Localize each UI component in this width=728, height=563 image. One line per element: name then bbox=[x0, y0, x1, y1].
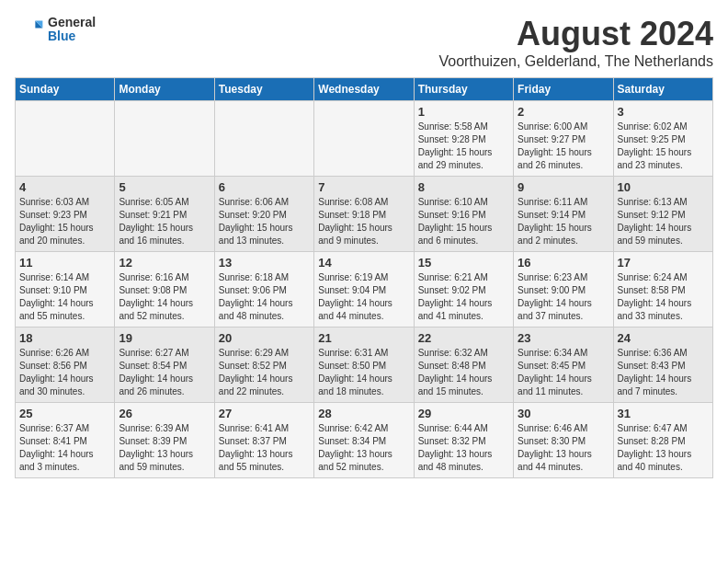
calendar-cell: 30Sunrise: 6:46 AMSunset: 8:30 PMDayligh… bbox=[514, 403, 613, 478]
day-number: 7 bbox=[318, 180, 409, 194]
day-info: Sunrise: 6:18 AMSunset: 9:06 PMDaylight:… bbox=[219, 271, 310, 323]
day-info: Sunrise: 6:03 AMSunset: 9:23 PMDaylight:… bbox=[19, 196, 110, 247]
day-number: 6 bbox=[219, 180, 310, 194]
calendar-cell: 29Sunrise: 6:44 AMSunset: 8:32 PMDayligh… bbox=[414, 403, 513, 478]
calendar-cell: 16Sunrise: 6:23 AMSunset: 9:00 PMDayligh… bbox=[514, 252, 613, 327]
day-info: Sunrise: 6:24 AMSunset: 8:58 PMDaylight:… bbox=[618, 271, 709, 323]
calendar-cell: 19Sunrise: 6:27 AMSunset: 8:54 PMDayligh… bbox=[115, 327, 214, 403]
day-number: 23 bbox=[518, 331, 609, 345]
calendar-cell: 13Sunrise: 6:18 AMSunset: 9:06 PMDayligh… bbox=[214, 252, 313, 327]
calendar-cell bbox=[16, 101, 115, 177]
day-info: Sunrise: 6:27 AMSunset: 8:54 PMDaylight:… bbox=[119, 347, 210, 398]
day-info: Sunrise: 6:16 AMSunset: 9:08 PMDaylight:… bbox=[119, 271, 210, 323]
calendar-cell: 27Sunrise: 6:41 AMSunset: 8:37 PMDayligh… bbox=[214, 403, 313, 478]
logo-general-text: General bbox=[48, 16, 96, 29]
calendar-cell bbox=[314, 101, 414, 177]
day-number: 19 bbox=[119, 331, 210, 345]
calendar-cell bbox=[214, 101, 313, 177]
day-number: 5 bbox=[119, 180, 210, 194]
calendar-cell: 3Sunrise: 6:02 AMSunset: 9:25 PMDaylight… bbox=[613, 101, 712, 177]
svg-rect-0 bbox=[15, 15, 44, 44]
day-number: 24 bbox=[618, 331, 709, 345]
calendar-cell: 17Sunrise: 6:24 AMSunset: 8:58 PMDayligh… bbox=[613, 252, 712, 327]
calendar-cell: 6Sunrise: 6:06 AMSunset: 9:20 PMDaylight… bbox=[214, 177, 313, 252]
calendar-cell: 14Sunrise: 6:19 AMSunset: 9:04 PMDayligh… bbox=[314, 252, 414, 327]
day-number: 20 bbox=[219, 331, 310, 345]
day-info: Sunrise: 6:08 AMSunset: 9:18 PMDaylight:… bbox=[318, 196, 409, 247]
day-number: 29 bbox=[418, 407, 509, 420]
weekday-header-monday: Monday bbox=[115, 78, 214, 101]
weekday-header-wednesday: Wednesday bbox=[314, 78, 414, 101]
logo-icon bbox=[15, 15, 44, 44]
day-info: Sunrise: 6:26 AMSunset: 8:56 PMDaylight:… bbox=[19, 347, 110, 398]
calendar-cell: 11Sunrise: 6:14 AMSunset: 9:10 PMDayligh… bbox=[16, 252, 115, 327]
day-number: 22 bbox=[418, 331, 509, 345]
calendar-cell: 7Sunrise: 6:08 AMSunset: 9:18 PMDaylight… bbox=[314, 177, 414, 252]
calendar-cell: 9Sunrise: 6:11 AMSunset: 9:14 PMDaylight… bbox=[514, 177, 613, 252]
calendar-cell: 5Sunrise: 6:05 AMSunset: 9:21 PMDaylight… bbox=[115, 177, 214, 252]
day-number: 30 bbox=[518, 407, 609, 420]
day-info: Sunrise: 6:34 AMSunset: 8:45 PMDaylight:… bbox=[518, 347, 609, 398]
day-info: Sunrise: 6:19 AMSunset: 9:04 PMDaylight:… bbox=[318, 271, 409, 323]
day-number: 21 bbox=[318, 331, 409, 345]
day-info: Sunrise: 6:37 AMSunset: 8:41 PMDaylight:… bbox=[19, 422, 110, 474]
day-info: Sunrise: 6:23 AMSunset: 9:00 PMDaylight:… bbox=[518, 271, 609, 323]
day-number: 28 bbox=[318, 407, 409, 420]
logo: General Blue bbox=[15, 15, 96, 44]
calendar-cell: 20Sunrise: 6:29 AMSunset: 8:52 PMDayligh… bbox=[214, 327, 313, 403]
calendar-cell: 28Sunrise: 6:42 AMSunset: 8:34 PMDayligh… bbox=[314, 403, 414, 478]
calendar-week-row: 11Sunrise: 6:14 AMSunset: 9:10 PMDayligh… bbox=[16, 252, 713, 327]
day-info: Sunrise: 6:06 AMSunset: 9:20 PMDaylight:… bbox=[219, 196, 310, 247]
calendar-cell: 21Sunrise: 6:31 AMSunset: 8:50 PMDayligh… bbox=[314, 327, 414, 403]
day-info: Sunrise: 6:46 AMSunset: 8:30 PMDaylight:… bbox=[518, 422, 609, 474]
calendar-cell: 23Sunrise: 6:34 AMSunset: 8:45 PMDayligh… bbox=[514, 327, 613, 403]
calendar-cell: 24Sunrise: 6:36 AMSunset: 8:43 PMDayligh… bbox=[613, 327, 712, 403]
day-info: Sunrise: 6:14 AMSunset: 9:10 PMDaylight:… bbox=[19, 271, 110, 323]
calendar-table: SundayMondayTuesdayWednesdayThursdayFrid… bbox=[15, 77, 713, 478]
day-number: 9 bbox=[518, 180, 609, 194]
day-number: 11 bbox=[19, 256, 110, 270]
day-info: Sunrise: 6:21 AMSunset: 9:02 PMDaylight:… bbox=[418, 271, 509, 323]
day-number: 10 bbox=[618, 180, 709, 194]
header: General Blue August 2024 Voorthuizen, Ge… bbox=[15, 15, 713, 70]
day-info: Sunrise: 6:47 AMSunset: 8:28 PMDaylight:… bbox=[618, 422, 709, 474]
calendar-cell: 1Sunrise: 5:58 AMSunset: 9:28 PMDaylight… bbox=[414, 101, 513, 177]
month-title: August 2024 bbox=[438, 15, 713, 53]
day-number: 31 bbox=[618, 407, 709, 420]
logo-blue-text: Blue bbox=[48, 29, 96, 43]
location-title: Voorthuizen, Gelderland, The Netherlands bbox=[438, 53, 713, 70]
day-number: 26 bbox=[119, 407, 210, 420]
day-number: 13 bbox=[219, 256, 310, 270]
day-number: 17 bbox=[618, 256, 709, 270]
day-number: 25 bbox=[19, 407, 110, 420]
day-number: 2 bbox=[518, 105, 609, 119]
day-info: Sunrise: 6:11 AMSunset: 9:14 PMDaylight:… bbox=[518, 196, 609, 247]
day-number: 14 bbox=[318, 256, 409, 270]
day-number: 4 bbox=[19, 180, 110, 194]
calendar-cell: 25Sunrise: 6:37 AMSunset: 8:41 PMDayligh… bbox=[16, 403, 115, 478]
day-info: Sunrise: 6:29 AMSunset: 8:52 PMDaylight:… bbox=[219, 347, 310, 398]
day-number: 15 bbox=[418, 256, 509, 270]
day-info: Sunrise: 6:41 AMSunset: 8:37 PMDaylight:… bbox=[219, 422, 310, 474]
calendar-cell: 4Sunrise: 6:03 AMSunset: 9:23 PMDaylight… bbox=[16, 177, 115, 252]
calendar-cell: 15Sunrise: 6:21 AMSunset: 9:02 PMDayligh… bbox=[414, 252, 513, 327]
day-number: 18 bbox=[19, 331, 110, 345]
calendar-cell: 18Sunrise: 6:26 AMSunset: 8:56 PMDayligh… bbox=[16, 327, 115, 403]
day-info: Sunrise: 6:10 AMSunset: 9:16 PMDaylight:… bbox=[418, 196, 509, 247]
weekday-header-tuesday: Tuesday bbox=[214, 78, 313, 101]
day-info: Sunrise: 6:02 AMSunset: 9:25 PMDaylight:… bbox=[618, 121, 709, 172]
day-info: Sunrise: 6:44 AMSunset: 8:32 PMDaylight:… bbox=[418, 422, 509, 474]
logo-text: General Blue bbox=[48, 16, 96, 44]
calendar-week-row: 1Sunrise: 5:58 AMSunset: 9:28 PMDaylight… bbox=[16, 101, 713, 177]
calendar-cell: 10Sunrise: 6:13 AMSunset: 9:12 PMDayligh… bbox=[613, 177, 712, 252]
day-info: Sunrise: 6:39 AMSunset: 8:39 PMDaylight:… bbox=[119, 422, 210, 474]
calendar-week-row: 18Sunrise: 6:26 AMSunset: 8:56 PMDayligh… bbox=[16, 327, 713, 403]
day-info: Sunrise: 6:05 AMSunset: 9:21 PMDaylight:… bbox=[119, 196, 210, 247]
day-info: Sunrise: 5:58 AMSunset: 9:28 PMDaylight:… bbox=[418, 121, 509, 172]
day-number: 8 bbox=[418, 180, 509, 194]
weekday-header-thursday: Thursday bbox=[414, 78, 513, 101]
calendar-cell: 26Sunrise: 6:39 AMSunset: 8:39 PMDayligh… bbox=[115, 403, 214, 478]
calendar-week-row: 4Sunrise: 6:03 AMSunset: 9:23 PMDaylight… bbox=[16, 177, 713, 252]
calendar-cell bbox=[115, 101, 214, 177]
calendar-cell: 8Sunrise: 6:10 AMSunset: 9:16 PMDaylight… bbox=[414, 177, 513, 252]
